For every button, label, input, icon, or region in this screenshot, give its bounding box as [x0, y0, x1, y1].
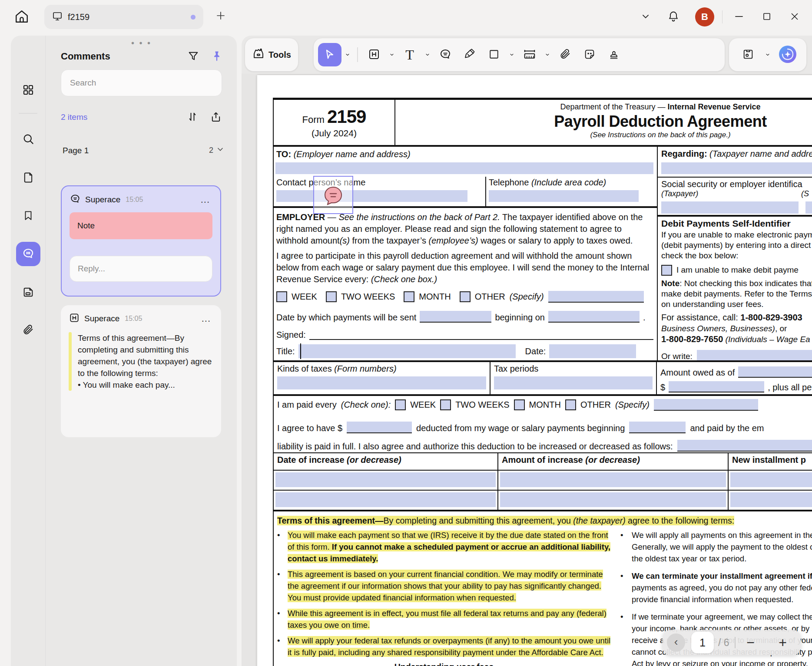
other-label: OTHER [580, 400, 611, 410]
close-button[interactable] [784, 7, 805, 27]
terms-bullet[interactable]: •This agreement is based on your current… [277, 568, 611, 603]
home-button[interactable] [11, 7, 32, 27]
liability-field[interactable] [677, 440, 812, 452]
text-tool-chevron[interactable] [422, 43, 433, 66]
maximize-button[interactable] [756, 7, 777, 27]
amount-owed-date-field[interactable] [738, 366, 812, 378]
comment-more-button[interactable]: ... [198, 194, 212, 206]
ssn-spouse-field[interactable] [805, 201, 812, 214]
date-increase-field[interactable] [275, 472, 496, 487]
contact-field[interactable] [276, 190, 467, 202]
measure-tool-button[interactable] [518, 43, 541, 66]
sidebar-item-attachments[interactable] [16, 318, 40, 343]
stamp-tool-button[interactable] [602, 43, 626, 66]
shape-tool-button[interactable] [482, 43, 506, 66]
scan-tool-button[interactable] [736, 43, 760, 66]
paid-week-checkbox[interactable] [395, 399, 406, 410]
measure-tool-chevron[interactable] [542, 43, 553, 66]
document-viewport[interactable]: Form 2159 (July 2024) Department of the … [242, 74, 812, 666]
beginning-on-field[interactable] [548, 311, 640, 323]
highlight-tool-chevron[interactable] [387, 43, 397, 66]
minimize-button[interactable] [729, 7, 749, 27]
ai-assistant-button[interactable] [776, 43, 799, 66]
write-address-field[interactable] [697, 350, 812, 360]
text-tool-button[interactable]: T [398, 43, 421, 66]
comment-more-button[interactable]: ... [199, 313, 213, 325]
date-sent-field[interactable] [420, 311, 491, 323]
paid-two-weeks-checkbox[interactable] [440, 399, 451, 410]
amount-increase-field[interactable] [500, 492, 726, 507]
amount-increase-field[interactable] [500, 472, 726, 487]
paid-month-checkbox[interactable] [514, 399, 525, 410]
note-annotation-icon[interactable] [322, 185, 345, 209]
avatar[interactable]: B [695, 7, 714, 26]
tax-periods-field[interactable] [494, 376, 653, 389]
sidebar-item-search[interactable] [16, 127, 40, 152]
previous-page-button[interactable]: ‹ [667, 633, 685, 652]
pen-tool-button[interactable] [458, 43, 481, 66]
taxpayer-name-field[interactable] [661, 162, 812, 174]
dropdown-button[interactable] [635, 7, 656, 27]
terms-heading[interactable]: Terms of this agreement—By completing an… [277, 515, 812, 527]
reply-input[interactable] [70, 256, 212, 282]
sidebar-item-bookmarks[interactable] [16, 204, 40, 228]
filter-funnel-icon [187, 50, 199, 63]
sort-button[interactable] [184, 109, 201, 126]
sidebar-item-pages[interactable] [16, 166, 40, 190]
week-checkbox[interactable] [276, 291, 287, 302]
filter-button[interactable] [185, 48, 202, 65]
notifications-button[interactable] [663, 7, 684, 27]
zoom-out-button[interactable]: − [741, 634, 761, 651]
highlight-tool-button[interactable] [362, 43, 386, 66]
select-tool-chevron[interactable] [342, 43, 353, 66]
employer-name-field[interactable] [275, 162, 653, 174]
comment-tool-button[interactable] [434, 43, 457, 66]
sidebar-item-comments[interactable] [16, 242, 40, 266]
home-icon [14, 9, 29, 25]
new-tab-button[interactable] [211, 7, 230, 26]
deduction-amount-field[interactable] [347, 422, 412, 433]
pin-panel-button[interactable] [208, 48, 225, 65]
amount-owed-field[interactable] [669, 381, 764, 392]
terms-bullet[interactable]: •We will apply your federal tax refunds … [277, 635, 611, 658]
terms-bullet[interactable]: •While this agreement is in effect, you … [277, 607, 611, 631]
tools-button[interactable]: Tools [245, 38, 298, 71]
page-group-header[interactable]: Page 1 2 [63, 145, 225, 156]
kinds-field[interactable] [277, 376, 486, 389]
sidebar-item-thumbnails[interactable] [16, 78, 40, 102]
date-increase-field[interactable] [275, 492, 496, 507]
two-weeks-checkbox[interactable] [326, 291, 337, 302]
title-field[interactable] [298, 344, 516, 358]
comment-card-highlight[interactable]: Superace 15:05 ... Terms of this agreeme… [61, 305, 221, 437]
shape-tool-chevron[interactable] [507, 43, 517, 66]
paid-other-specify-field[interactable] [654, 399, 758, 411]
zoom-in-button[interactable]: + [773, 634, 793, 651]
debit-checkbox[interactable] [661, 265, 672, 276]
export-comments-button[interactable] [207, 109, 225, 126]
ssn-taxpayer-field[interactable] [661, 201, 799, 214]
document-tab[interactable]: f2159 [44, 5, 203, 29]
sticker-tool-button[interactable] [578, 43, 601, 66]
new-installment-field[interactable] [730, 492, 812, 507]
month-checkbox[interactable] [404, 291, 414, 302]
scan-tool-chevron[interactable] [762, 43, 773, 66]
new-installment-field[interactable] [730, 472, 812, 487]
panel-drag-handle[interactable]: • • • [131, 38, 152, 48]
note-annotation-selection[interactable] [313, 176, 353, 214]
attach-tool-button[interactable] [553, 43, 577, 66]
comment-card-note[interactable]: Superace 15:05 ... Note [61, 185, 221, 297]
select-tool-button[interactable] [318, 43, 341, 66]
terms-bullet[interactable]: •You will make each payment so that we (… [277, 529, 611, 564]
phone-field[interactable] [489, 190, 639, 202]
sidebar-item-form-fields[interactable] [16, 280, 40, 305]
deduction-begin-field[interactable] [629, 422, 686, 433]
signed-line[interactable] [309, 329, 653, 340]
date-field[interactable] [549, 344, 636, 358]
other-checkbox[interactable] [460, 291, 471, 302]
other-specify-field[interactable] [548, 291, 644, 303]
search-input[interactable] [61, 69, 222, 96]
note-content[interactable]: Note [70, 212, 212, 239]
current-page-number[interactable]: 1 [691, 632, 714, 653]
paid-other-checkbox[interactable] [565, 399, 576, 410]
comments-icon [22, 247, 35, 261]
